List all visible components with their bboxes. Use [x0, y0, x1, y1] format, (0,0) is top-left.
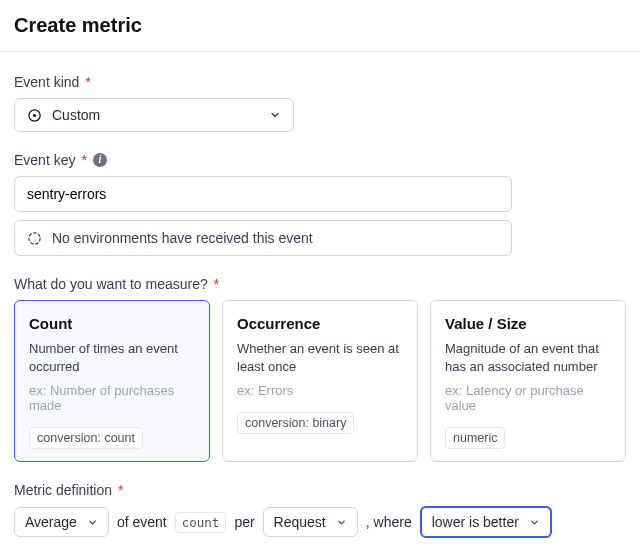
svg-point-2: [29, 232, 40, 243]
loading-icon: [27, 231, 42, 246]
custom-icon: [27, 108, 42, 123]
event-key-status-text: No environments have received this event: [52, 230, 313, 246]
event-kind-field: Event kind * Custom: [14, 74, 626, 132]
direction-value: lower is better: [432, 514, 519, 530]
metric-definition-label-text: Metric definition: [14, 482, 112, 498]
required-asterisk: *: [118, 482, 123, 498]
required-asterisk: *: [214, 276, 219, 292]
metric-definition-label: Metric definition *: [14, 482, 626, 498]
measure-option-example: ex: Latency or purchase value: [445, 383, 611, 413]
divider: [0, 51, 640, 52]
direction-select[interactable]: lower is better: [420, 506, 552, 538]
chevron-down-icon: [87, 517, 98, 528]
measure-option-tag: conversion: count: [29, 427, 143, 449]
measure-option-title: Occurrence: [237, 315, 403, 332]
measure-option-value-size[interactable]: Value / Size Magnitude of an event that …: [430, 300, 626, 462]
def-text-where: , where: [366, 514, 412, 530]
metric-definition-row: Average of event count per Request , whe…: [14, 506, 626, 538]
chevron-down-icon: [336, 517, 347, 528]
required-asterisk: *: [81, 152, 86, 168]
event-key-status: No environments have received this event: [14, 220, 512, 256]
measure-option-example: ex: Number of purchases made: [29, 383, 195, 413]
event-kind-select[interactable]: Custom: [14, 98, 294, 132]
measure-label: What do you want to measure? *: [14, 276, 626, 292]
measure-option-example: ex: Errors: [237, 383, 403, 398]
chevron-down-icon: [269, 109, 281, 121]
event-key-input[interactable]: [14, 176, 512, 212]
measure-option-desc: Magnitude of an event that has an associ…: [445, 340, 611, 375]
measure-option-desc: Whether an event is seen at least once: [237, 340, 403, 375]
unit-select[interactable]: Request: [263, 507, 358, 537]
metric-definition-field: Metric definition * Average of event cou…: [14, 482, 626, 538]
measure-option-occurrence[interactable]: Occurrence Whether an event is seen at l…: [222, 300, 418, 462]
page-title: Create metric: [14, 14, 626, 37]
event-key-label-text: Event key: [14, 152, 75, 168]
aggregation-value: Average: [25, 514, 77, 530]
measure-option-tag: conversion: binary: [237, 412, 354, 434]
event-kind-value: Custom: [52, 107, 100, 123]
measure-option-title: Count: [29, 315, 195, 332]
svg-point-1: [33, 113, 36, 116]
measure-field: What do you want to measure? * Count Num…: [14, 276, 626, 462]
aggregation-select[interactable]: Average: [14, 507, 109, 537]
def-text-per: per: [234, 514, 254, 530]
required-asterisk: *: [85, 74, 90, 90]
unit-value: Request: [274, 514, 326, 530]
event-key-field: Event key * i No environments have recei…: [14, 152, 626, 256]
measure-option-desc: Number of times an event occurred: [29, 340, 195, 375]
event-key-label: Event key * i: [14, 152, 626, 168]
info-icon[interactable]: i: [93, 153, 107, 167]
measure-label-text: What do you want to measure?: [14, 276, 208, 292]
measure-option-tag: numeric: [445, 427, 505, 449]
measure-option-title: Value / Size: [445, 315, 611, 332]
chevron-down-icon: [529, 517, 540, 528]
event-kind-label: Event kind *: [14, 74, 626, 90]
def-text-of-event: of event: [117, 514, 167, 530]
event-kind-label-text: Event kind: [14, 74, 79, 90]
measure-options: Count Number of times an event occurred …: [14, 300, 626, 462]
count-token: count: [175, 512, 227, 533]
measure-option-count[interactable]: Count Number of times an event occurred …: [14, 300, 210, 462]
